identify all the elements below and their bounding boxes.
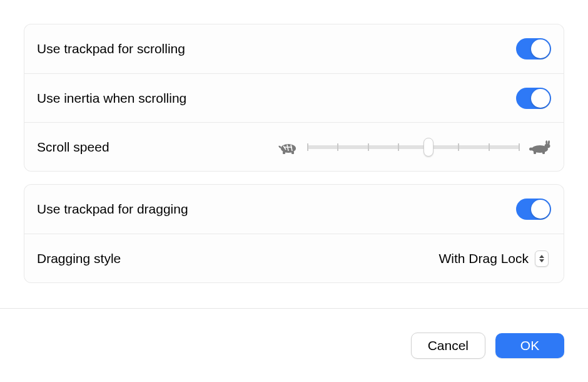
label-scroll-speed: Scroll speed [37,140,109,155]
label-use-trackpad-scrolling: Use trackpad for scrolling [37,41,185,56]
dragging-group: Use trackpad for dragging Dragging style… [24,184,564,283]
svg-rect-2 [291,152,294,154]
row-inertia: Use inertia when scrolling [24,73,564,122]
toggle-knob [531,200,550,219]
scroll-speed-slider[interactable] [307,138,520,157]
label-inertia: Use inertia when scrolling [37,91,186,106]
row-use-trackpad-scrolling: Use trackpad for scrolling [24,24,564,73]
svg-point-7 [529,147,533,150]
row-scroll-speed: Scroll speed [24,122,564,171]
toggle-inertia[interactable] [516,88,551,109]
toggle-knob [531,89,550,108]
cancel-button[interactable]: Cancel [411,333,485,359]
dragging-style-select[interactable]: With Drag Lock [432,248,551,269]
slider-thumb[interactable] [423,138,433,157]
slider-track [307,145,520,149]
toggle-knob [531,39,550,58]
dragging-style-value: With Drag Lock [438,251,529,266]
label-dragging-style: Dragging style [37,251,121,266]
row-use-trackpad-dragging: Use trackpad for dragging [24,185,564,234]
toggle-use-trackpad-dragging[interactable] [516,199,551,220]
tortoise-icon [277,140,300,155]
toggle-use-trackpad-scrolling[interactable] [516,38,551,59]
updown-icon [535,250,549,267]
row-dragging-style: Dragging style With Drag Lock [24,234,564,282]
ok-button[interactable]: OK [495,333,564,358]
hare-icon [527,140,551,155]
svg-point-0 [281,144,296,153]
svg-rect-1 [283,152,285,154]
svg-rect-6 [542,151,545,154]
scrolling-group: Use trackpad for scrolling Use inertia w… [24,24,564,172]
label-use-trackpad-dragging: Use trackpad for dragging [37,202,188,217]
dialog-footer: Cancel OK [0,308,588,382]
svg-rect-5 [534,151,536,154]
